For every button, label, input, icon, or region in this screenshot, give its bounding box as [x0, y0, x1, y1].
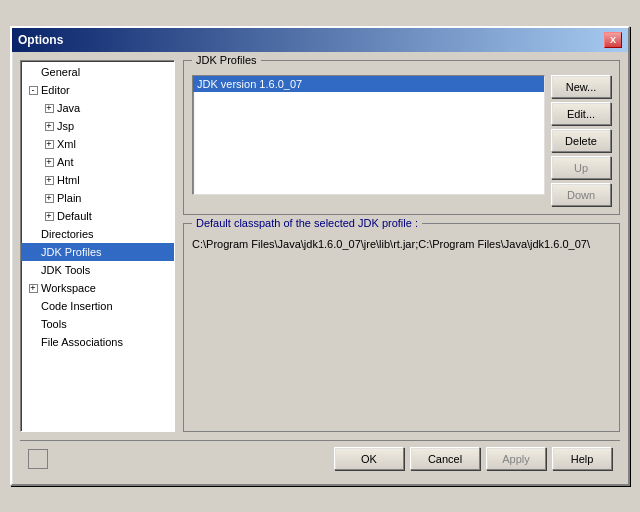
expander-ant[interactable]: + — [41, 154, 57, 170]
tree-item-jsp[interactable]: + Jsp — [21, 117, 174, 135]
expander-workspace[interactable]: + — [25, 280, 41, 296]
expander-xml[interactable]: + — [41, 136, 57, 152]
bottom-bar: OK Cancel Apply Help — [20, 440, 620, 476]
tree-label-general: General — [41, 66, 80, 78]
tree-label-jdk-tools: JDK Tools — [41, 264, 90, 276]
expander-file-associations — [25, 334, 41, 350]
tree-label-xml: Xml — [57, 138, 76, 150]
dialog-body: General - Editor + Java — [12, 52, 628, 484]
expander-box-html: + — [45, 176, 54, 185]
tree-label-directories: Directories — [41, 228, 94, 240]
expander-box-plain: + — [45, 194, 54, 203]
expander-tools — [25, 316, 41, 332]
profiles-area: JDK version 1.6.0_07 New... Edit... Dele… — [192, 75, 611, 206]
expander-plain[interactable]: + — [41, 190, 57, 206]
expander-box-java: + — [45, 104, 54, 113]
tree-label-file-associations: File Associations — [41, 336, 123, 348]
tree-label-html: Html — [57, 174, 80, 186]
jdk-profiles-group: JDK Profiles JDK version 1.6.0_07 New...… — [183, 60, 620, 215]
tree-item-workspace[interactable]: + Workspace — [21, 279, 174, 297]
expander-jdk-tools — [25, 262, 41, 278]
hint-icon — [28, 449, 48, 469]
tree-item-general[interactable]: General — [21, 63, 174, 81]
tree-item-plain[interactable]: + Plain — [21, 189, 174, 207]
expander-jsp[interactable]: + — [41, 118, 57, 134]
tree-label-tools: Tools — [41, 318, 67, 330]
right-panel: JDK Profiles JDK version 1.6.0_07 New...… — [183, 60, 620, 432]
tree-panel: General - Editor + Java — [20, 60, 175, 432]
new-button[interactable]: New... — [551, 75, 611, 98]
tree-item-jdk-tools[interactable]: JDK Tools — [21, 261, 174, 279]
tree-label-editor: Editor — [41, 84, 70, 96]
tree-label-plain: Plain — [57, 192, 81, 204]
tree-item-ant[interactable]: + Ant — [21, 153, 174, 171]
up-button[interactable]: Up — [551, 156, 611, 179]
tree-item-tools[interactable]: Tools — [21, 315, 174, 333]
tree-item-default[interactable]: + Default — [21, 207, 174, 225]
tree-item-html[interactable]: + Html — [21, 171, 174, 189]
tree-item-jdk-profiles[interactable]: JDK Profiles — [21, 243, 174, 261]
tree-label-code-insertion: Code Insertion — [41, 300, 113, 312]
delete-button[interactable]: Delete — [551, 129, 611, 152]
close-button[interactable]: X — [604, 32, 622, 48]
edit-button[interactable]: Edit... — [551, 102, 611, 125]
options-dialog: Options X General - Editor — [10, 26, 630, 486]
expander-box-editor: - — [29, 86, 38, 95]
profiles-buttons: New... Edit... Delete Up Down — [551, 75, 611, 206]
tree-item-file-associations[interactable]: File Associations — [21, 333, 174, 351]
tree-item-xml[interactable]: + Xml — [21, 135, 174, 153]
bottom-bar-left — [28, 449, 328, 469]
tree-item-editor[interactable]: - Editor — [21, 81, 174, 99]
expander-box-default: + — [45, 212, 54, 221]
classpath-value: C:\Program Files\Java\jdk1.6.0_07\jre\li… — [192, 238, 611, 250]
expander-box-xml: + — [45, 140, 54, 149]
main-content: General - Editor + Java — [20, 60, 620, 432]
expander-jdk-profiles — [25, 244, 41, 260]
tree-item-java[interactable]: + Java — [21, 99, 174, 117]
apply-button[interactable]: Apply — [486, 447, 546, 470]
expander-editor[interactable]: - — [25, 82, 41, 98]
down-button[interactable]: Down — [551, 183, 611, 206]
expander-box-ant: + — [45, 158, 54, 167]
expander-directories — [25, 226, 41, 242]
expander-general — [25, 64, 41, 80]
tree-label-jdk-profiles: JDK Profiles — [41, 246, 102, 258]
tree-label-workspace: Workspace — [41, 282, 96, 294]
tree-item-code-insertion[interactable]: Code Insertion — [21, 297, 174, 315]
tree-label-ant: Ant — [57, 156, 74, 168]
classpath-group: Default classpath of the selected JDK pr… — [183, 223, 620, 432]
ok-button[interactable]: OK — [334, 447, 404, 470]
profile-list-item[interactable]: JDK version 1.6.0_07 — [193, 76, 544, 92]
jdk-profiles-group-title: JDK Profiles — [192, 54, 261, 66]
tree-label-default: Default — [57, 210, 92, 222]
expander-default[interactable]: + — [41, 208, 57, 224]
cancel-button[interactable]: Cancel — [410, 447, 480, 470]
expander-html[interactable]: + — [41, 172, 57, 188]
title-bar: Options X — [12, 28, 628, 52]
classpath-group-title: Default classpath of the selected JDK pr… — [192, 217, 422, 229]
expander-java[interactable]: + — [41, 100, 57, 116]
expander-code-insertion — [25, 298, 41, 314]
tree-item-directories[interactable]: Directories — [21, 225, 174, 243]
expander-box-workspace: + — [29, 284, 38, 293]
tree-label-java: Java — [57, 102, 80, 114]
profiles-listbox[interactable]: JDK version 1.6.0_07 — [192, 75, 545, 195]
window-title: Options — [18, 33, 63, 47]
help-button[interactable]: Help — [552, 447, 612, 470]
expander-box-jsp: + — [45, 122, 54, 131]
tree-label-jsp: Jsp — [57, 120, 74, 132]
